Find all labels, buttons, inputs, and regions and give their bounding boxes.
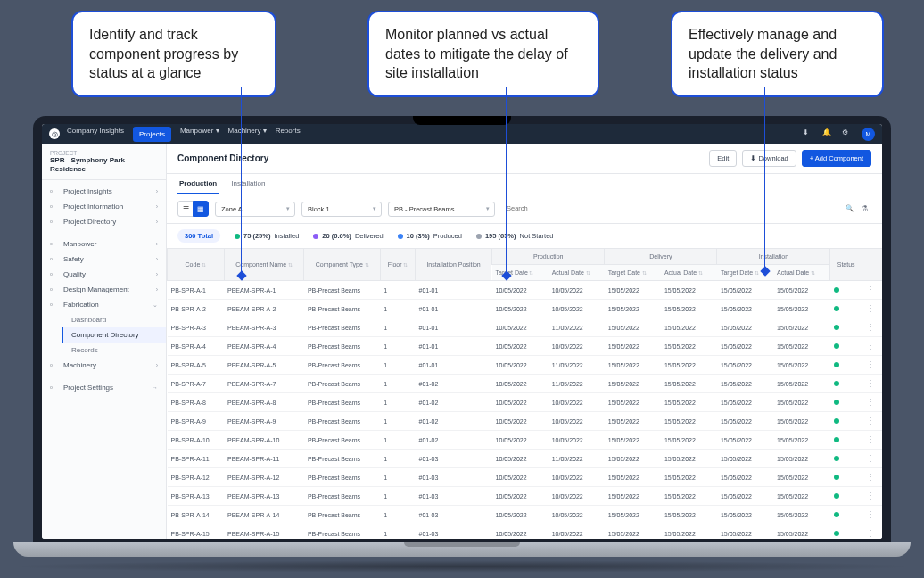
sidebar-subitem-records[interactable]: Records xyxy=(63,343,166,358)
table-container[interactable]: Code Component Name Component Type Floor… xyxy=(167,249,882,539)
col-type[interactable]: Component Type xyxy=(304,249,380,281)
status-stat-installed: 75 (25%) Installed xyxy=(235,232,299,240)
sidebar-item-label: Manpower xyxy=(63,240,96,248)
col-name[interactable]: Component Name xyxy=(224,249,304,281)
sidebar-item-label: Fabrication xyxy=(63,301,99,309)
table-row[interactable]: PB-SPR-A-10PBEAM-SPR-A-10PB-Precast Beam… xyxy=(168,431,883,450)
type-select[interactable]: PB - Precast Beams xyxy=(388,202,495,217)
gear-icon[interactable]: ⚙ xyxy=(842,128,853,139)
avatar[interactable]: M xyxy=(862,128,875,141)
row-menu-icon[interactable]: ⋮ xyxy=(866,416,875,425)
cell-pos: #01-01 xyxy=(416,281,492,300)
tab-production[interactable]: Production xyxy=(177,174,219,194)
cell-pos: #01-02 xyxy=(416,431,492,450)
row-menu-icon[interactable]: ⋮ xyxy=(866,397,875,407)
table-row[interactable]: PB-SPR-A-11PBEAM-SPR-A-11PB-Precast Beam… xyxy=(168,450,883,468)
cell-inst-actual: 15/05/2022 xyxy=(773,524,830,540)
sidebar-item-manpower[interactable]: ▫Manpower› xyxy=(42,236,166,252)
app-logo-icon[interactable]: ◎ xyxy=(49,128,60,139)
row-menu-icon[interactable]: ⋮ xyxy=(866,378,875,388)
zone-select[interactable]: Zone A xyxy=(215,202,295,217)
cell-code: PB-SPR-A-15 xyxy=(168,524,225,540)
tab-installation[interactable]: Installation xyxy=(229,174,267,194)
nav-item-manpower[interactable]: Manpower ▾ xyxy=(180,127,219,142)
list-view-button[interactable]: ☰ xyxy=(177,201,194,217)
sidebar-item-fabrication[interactable]: ▫Fabrication⌄ xyxy=(42,297,166,312)
row-menu-icon[interactable]: ⋮ xyxy=(866,322,875,332)
nav-item-projects[interactable]: Projects xyxy=(133,127,171,142)
sidebar-item-project-directory[interactable]: ▫Project Directory› xyxy=(42,214,166,229)
check-icon: ▫ xyxy=(50,270,58,278)
table-row[interactable]: PB-SPR-A-13PBEAM-SPR-A-13PB-Precast Beam… xyxy=(168,487,883,506)
row-menu-icon[interactable]: ⋮ xyxy=(866,472,875,482)
cell-pos: #01-03 xyxy=(416,450,492,468)
cell-floor: 1 xyxy=(380,318,415,337)
row-menu-icon[interactable]: ⋮ xyxy=(866,303,875,313)
col-status[interactable]: Status xyxy=(830,249,862,281)
table-row[interactable]: PB-SPR-A-4PBEAM-SPR-A-4PB-Precast Beams1… xyxy=(168,337,883,356)
cell-status xyxy=(830,450,862,468)
nav-item-company-insights[interactable]: Company Insights xyxy=(67,127,124,142)
filter-icon[interactable]: ⚗ xyxy=(862,204,871,214)
col-inst-actual[interactable]: Actual Date xyxy=(773,265,830,281)
sidebar-item-machinery[interactable]: ▫Machinery› xyxy=(42,358,166,373)
row-menu-icon[interactable]: ⋮ xyxy=(866,528,875,538)
row-menu-icon[interactable]: ⋮ xyxy=(866,341,875,351)
cell-floor: 1 xyxy=(380,524,415,540)
table-row[interactable]: PB-SPR-A-14PBEAM-SPR-A-14PB-Precast Beam… xyxy=(168,506,883,524)
col-pos[interactable]: Installation Position xyxy=(416,249,492,281)
col-del-actual[interactable]: Actual Date xyxy=(661,265,717,281)
col-del-target[interactable]: Target Date xyxy=(605,265,661,281)
sidebar-subitem-component-directory[interactable]: Component Directory xyxy=(62,327,166,343)
status-dot-icon xyxy=(834,381,839,386)
callout-line xyxy=(506,87,507,277)
cell-inst-target: 15/05/2022 xyxy=(717,412,773,431)
search-input[interactable] xyxy=(501,202,839,216)
table-row[interactable]: PB-SPR-A-12PBEAM-SPR-A-12PB-Precast Beam… xyxy=(168,468,883,487)
search-icon[interactable]: 🔍 xyxy=(846,204,855,214)
row-menu-icon[interactable]: ⋮ xyxy=(866,285,875,294)
block-select[interactable]: Block 1 xyxy=(301,202,382,217)
download-icon[interactable]: ⬇ xyxy=(803,128,813,139)
sidebar-item-design-management[interactable]: ▫Design Management› xyxy=(42,282,166,297)
cell-del-target: 15/05/2022 xyxy=(605,431,661,450)
total-pill: 300 Total xyxy=(177,229,220,243)
col-code[interactable]: Code xyxy=(168,249,225,281)
table-row[interactable]: PB-SPR-A-2PBEAM-SPR-A-2PB-Precast Beams1… xyxy=(168,300,883,318)
project-header[interactable]: PROJECT SPR - Symphony Park Residence xyxy=(42,144,166,180)
sidebar-item-quality[interactable]: ▫Quality› xyxy=(42,267,166,282)
row-menu-icon[interactable]: ⋮ xyxy=(866,453,875,463)
sidebar-item-safety[interactable]: ▫Safety› xyxy=(42,252,166,267)
col-prod-actual[interactable]: Actual Date xyxy=(549,265,605,281)
row-menu-icon[interactable]: ⋮ xyxy=(866,359,875,369)
bell-icon[interactable]: 🔔 xyxy=(822,128,833,139)
edit-button[interactable]: Edit xyxy=(709,150,737,167)
nav-item-machinery[interactable]: Machinery ▾ xyxy=(228,127,267,142)
sidebar-item-label: Safety xyxy=(63,255,84,263)
row-menu-icon[interactable]: ⋮ xyxy=(866,491,875,500)
sidebar-subitem-dashboard[interactable]: Dashboard xyxy=(63,312,166,327)
add-component-button[interactable]: + Add Component xyxy=(802,150,871,167)
stat-count: 195 (65%) xyxy=(485,232,516,240)
row-menu-icon[interactable]: ⋮ xyxy=(866,509,875,519)
cell-code: PB-SPR-A-5 xyxy=(168,356,225,375)
sidebar-item-project-settings[interactable]: ▫Project Settings→ xyxy=(42,380,166,395)
sidebar-item-project-information[interactable]: ▫Project Information› xyxy=(42,199,166,214)
table-row[interactable]: PB-SPR-A-3PBEAM-SPR-A-3PB-Precast Beams1… xyxy=(168,318,883,337)
table-row[interactable]: PB-SPR-A-7PBEAM-SPR-A-7PB-Precast Beams1… xyxy=(168,375,883,393)
cell-inst-target: 15/05/2022 xyxy=(717,468,773,487)
sidebar-item-project-insights[interactable]: ▫Project Insights› xyxy=(42,184,166,199)
col-floor[interactable]: Floor xyxy=(380,249,415,281)
table-row[interactable]: PB-SPR-A-15PBEAM-SPR-A-15PB-Precast Beam… xyxy=(168,524,883,540)
download-button[interactable]: ⬇ Download xyxy=(742,150,796,167)
col-prod-target[interactable]: Target Date xyxy=(492,265,549,281)
row-menu-icon[interactable]: ⋮ xyxy=(866,434,875,444)
table-row[interactable]: PB-SPR-A-5PBEAM-SPR-A-5PB-Precast Beams1… xyxy=(168,356,883,375)
component-table: Code Component Name Component Type Floor… xyxy=(167,249,882,539)
grid-view-button[interactable]: ▦ xyxy=(193,201,209,217)
cell-status xyxy=(830,356,862,375)
table-row[interactable]: PB-SPR-A-9PBEAM-SPR-A-9PB-Precast Beams1… xyxy=(168,412,883,431)
table-row[interactable]: PB-SPR-A-1PBEAM-SPR-A-1PB-Precast Beams1… xyxy=(168,281,883,300)
nav-item-reports[interactable]: Reports xyxy=(276,127,301,142)
table-row[interactable]: PB-SPR-A-8PBEAM-SPR-A-8PB-Precast Beams1… xyxy=(168,393,883,412)
